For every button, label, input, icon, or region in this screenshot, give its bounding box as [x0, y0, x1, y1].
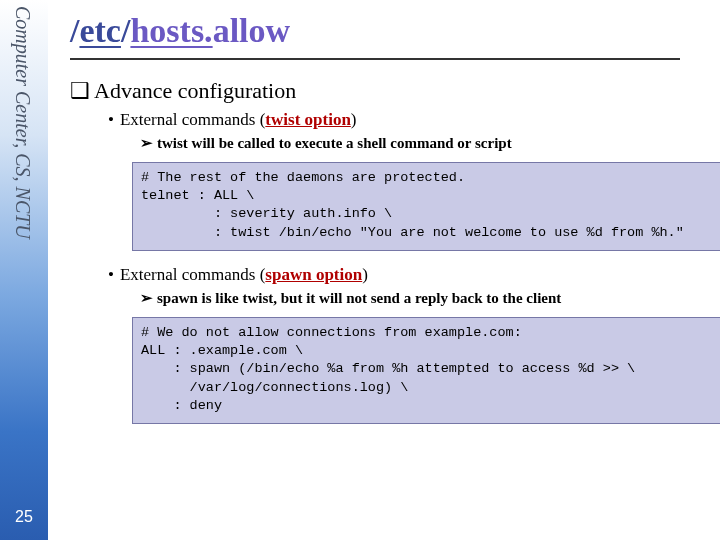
- spawn-bullet: •External commands (spawn option): [108, 265, 704, 285]
- section-heading: ❑Advance configuration: [70, 78, 704, 104]
- title-hosts: hosts.: [130, 12, 212, 49]
- title-allow: allow: [213, 12, 290, 49]
- title-slash2: /: [121, 12, 130, 49]
- spawn-sub-text: spawn is like twist, but it will not sen…: [157, 290, 561, 306]
- arrow-bullet-icon: ➢: [140, 289, 153, 306]
- twist-code: # The rest of the daemons are protected.…: [141, 169, 713, 242]
- slide: Computer Center, CS, NCTU 25 /etc/hosts.…: [0, 0, 720, 540]
- twist-code-block: # The rest of the daemons are protected.…: [132, 162, 720, 251]
- arrow-bullet-icon: ➢: [140, 134, 153, 151]
- twist-suffix: ): [351, 110, 357, 129]
- twist-subbullet: ➢twist will be called to execute a shell…: [140, 134, 704, 152]
- content-area: /etc/hosts.allow ❑Advance configuration …: [70, 12, 704, 424]
- twist-keyword: twist option: [265, 110, 350, 129]
- title-underline: [70, 58, 680, 60]
- twist-bullet: •External commands (twist option): [108, 110, 704, 130]
- sidebar-label: Computer Center, CS, NCTU: [11, 6, 34, 239]
- spawn-keyword: spawn option: [265, 265, 362, 284]
- title-etc: etc: [79, 12, 121, 49]
- disc-bullet-icon: •: [108, 265, 114, 284]
- disc-bullet-icon: •: [108, 110, 114, 129]
- spawn-subbullet: ➢spawn is like twist, but it will not se…: [140, 289, 704, 307]
- page-number: 25: [0, 508, 48, 526]
- square-bullet-icon: ❑: [70, 78, 90, 103]
- twist-sub-text: twist will be called to execute a shell …: [157, 135, 512, 151]
- spawn-suffix: ): [362, 265, 368, 284]
- twist-prefix: External commands (: [120, 110, 265, 129]
- page-title: /etc/hosts.allow: [70, 12, 704, 50]
- spawn-prefix: External commands (: [120, 265, 265, 284]
- sidebar: Computer Center, CS, NCTU 25: [0, 0, 48, 540]
- spawn-code: # We do not allow connections from examp…: [141, 324, 720, 415]
- spawn-code-block: # We do not allow connections from examp…: [132, 317, 720, 424]
- section-heading-text: Advance configuration: [94, 78, 296, 103]
